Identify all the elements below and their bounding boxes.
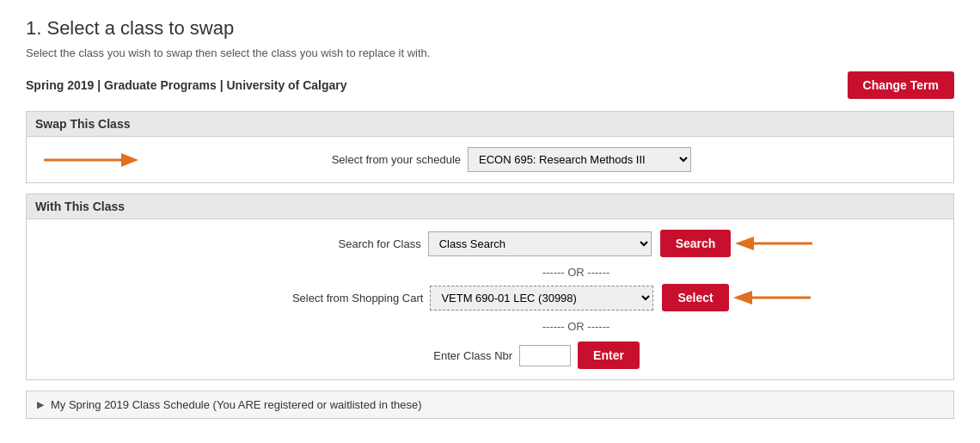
cart-select[interactable]: VETM 690-01 LEC (30998) <box>430 286 653 311</box>
schedule-bar-label: My Spring 2019 Class Schedule (You ARE r… <box>51 398 422 411</box>
enter-button[interactable]: Enter <box>578 341 640 369</box>
or-divider-2: ------ OR ------ <box>371 320 610 333</box>
schedule-select[interactable]: ECON 695: Research Methods III <box>468 147 691 172</box>
or-divider-1: ------ OR ------ <box>371 266 610 279</box>
svg-marker-5 <box>733 291 752 305</box>
search-button[interactable]: Search <box>660 230 732 257</box>
swap-class-row: Select from your schedule ECON 695: Rese… <box>35 147 945 172</box>
with-section-body: Search for Class Class Search Search <box>26 219 954 380</box>
page-subtitle: Select the class you wish to swap then s… <box>26 46 954 59</box>
select-button[interactable]: Select <box>662 284 728 311</box>
class-nbr-label: Enter Class Nbr <box>340 349 512 362</box>
class-search-select[interactable]: Class Search <box>428 231 652 256</box>
term-bar: Spring 2019 | Graduate Programs | Univer… <box>26 71 954 99</box>
expand-icon: ▶ <box>37 399 44 410</box>
cart-select-label: Select from Shopping Cart <box>251 292 423 305</box>
with-section-header: With This Class <box>26 194 954 219</box>
search-btn-group: Search <box>660 230 732 257</box>
change-term-button[interactable]: Change Term <box>848 71 954 99</box>
with-body-inner: Search for Class Class Search Search <box>35 230 945 369</box>
search-for-class-row: Search for Class Class Search Search <box>249 230 732 257</box>
schedule-select-label: Select from your schedule <box>289 153 461 166</box>
schedule-bar[interactable]: ▶ My Spring 2019 Class Schedule (You ARE… <box>26 391 954 419</box>
swap-section-body: Select from your schedule ECON 695: Rese… <box>26 137 954 183</box>
term-label: Spring 2019 | Graduate Programs | Univer… <box>26 78 347 92</box>
search-arrow-annotation <box>735 231 812 255</box>
select-btn-group: Select <box>662 284 728 311</box>
page-title: 1. Select a class to swap <box>26 17 954 40</box>
class-nbr-input[interactable] <box>519 345 571 366</box>
swap-arrow-annotation <box>44 148 147 172</box>
select-cart-row: Select from Shopping Cart VETM 690-01 LE… <box>251 284 728 311</box>
svg-marker-1 <box>121 153 138 167</box>
enter-nbr-row: Enter Class Nbr Enter <box>340 341 640 369</box>
svg-marker-3 <box>735 237 754 250</box>
select-arrow-annotation <box>733 286 811 310</box>
swap-section-header: Swap This Class <box>26 111 954 137</box>
search-class-label: Search for Class <box>249 237 421 250</box>
